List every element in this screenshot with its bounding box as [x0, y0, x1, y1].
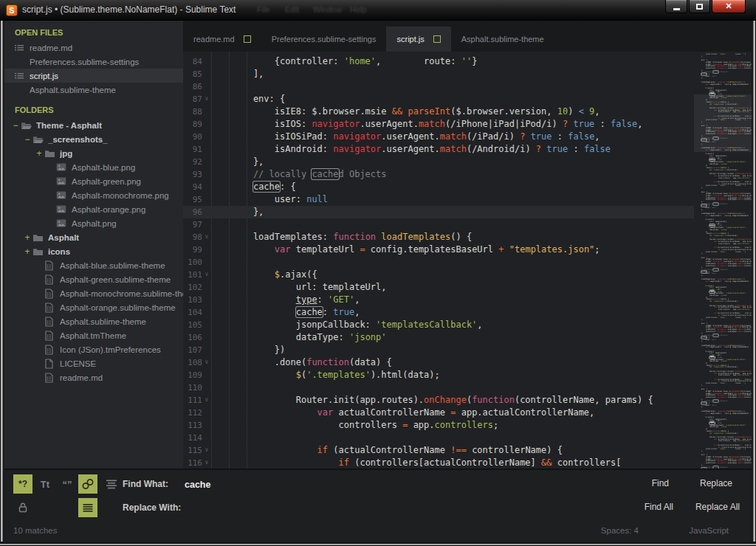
replace-input[interactable] — [179, 500, 592, 516]
fold-arrow-icon[interactable]: ∨ — [202, 269, 211, 281]
tree-file-item[interactable]: Asphalt-blue.png — [4, 160, 183, 174]
code-text: ], — [211, 68, 694, 80]
tree-file-item[interactable]: Asphalt-monochrome.sublime-theme — [4, 286, 183, 300]
tree-item-label: _screenshots_ — [48, 135, 108, 144]
tree-file-item[interactable]: Asphalt-monochrome.png — [4, 188, 183, 202]
expand-icon[interactable]: + — [22, 232, 32, 243]
tree-file-item[interactable]: Icon (JSon).tmPreferences — [4, 342, 183, 356]
open-file-label: readme.md — [30, 44, 72, 52]
maximize-button[interactable] — [689, 0, 710, 13]
folder-open-icon — [21, 120, 32, 131]
open-file-item[interactable]: readme.md — [4, 41, 183, 55]
open-file-item[interactable]: script.js — [4, 69, 183, 83]
case-icon: Tt — [41, 479, 49, 490]
replace-button[interactable]: Replace — [700, 478, 732, 488]
code-text — [211, 432, 694, 444]
tree-file-item[interactable]: Asphalt.sublime-theme — [4, 314, 183, 328]
line-number: 84 — [183, 55, 202, 68]
minimap-content: {controller: 'home', route: ''} ], env: … — [697, 252, 749, 317]
fold-arrow-icon[interactable]: ∨ — [202, 394, 211, 407]
tab-asphalt-sublime-theme[interactable]: Asphalt.sublime-theme — [451, 27, 554, 52]
code-line-98: 98∨ loadTemplates: function loadTemplate… — [183, 231, 694, 243]
tree-file-item[interactable]: Asphalt-orange.png — [4, 202, 183, 216]
tree-file-item[interactable]: readme.md — [4, 370, 183, 384]
tab-script-js[interactable]: script.js — [386, 27, 450, 52]
tree-folder-item[interactable]: −Theme - Asphalt — [4, 118, 183, 132]
folder-tree: −Theme - Asphalt−_screenshots_+jpgAsphal… — [4, 118, 183, 384]
ghost-menu-item: File — [257, 5, 270, 14]
sidebar: OPEN FILES readme.mdPreferences.sublime-… — [4, 21, 183, 469]
tree-file-item[interactable]: Asphalt-green.png — [4, 174, 183, 188]
minimap-viewport[interactable] — [694, 94, 752, 152]
minimize-button[interactable] — [665, 0, 687, 13]
find-all-button[interactable]: Find All — [645, 502, 673, 512]
fold-arrow-icon[interactable]: ∨ — [202, 444, 211, 457]
fold-spacer — [202, 55, 211, 68]
line-number: 94 — [183, 181, 202, 193]
replace-all-button[interactable]: Replace All — [695, 502, 740, 512]
code-line-114: 114 — [183, 432, 694, 444]
tree-item-label: Asphalt-green.sublime-theme — [60, 275, 171, 284]
highlight-matches-toggle[interactable] — [102, 474, 121, 494]
tree-item-label: Asphalt-orange.png — [72, 205, 145, 214]
in-selection-toggle[interactable] — [78, 498, 97, 517]
open-file-label: Asphalt.sublime-theme — [30, 86, 116, 94]
find-button[interactable]: Find — [652, 478, 669, 488]
file-icon — [44, 359, 56, 369]
regex-toggle[interactable]: *? — [13, 474, 32, 494]
tree-file-item[interactable]: Asphalt.tmTheme — [4, 328, 183, 342]
preserve-case-toggle[interactable] — [13, 498, 32, 517]
dirty-indicator-icon — [244, 35, 251, 43]
tab-preferences-sublime-settings[interactable]: Preferences.sublime-settings — [261, 27, 387, 52]
collapse-icon[interactable]: − — [22, 134, 32, 145]
folder-icon — [44, 148, 56, 159]
open-file-item[interactable]: Preferences.sublime-settings — [4, 55, 183, 69]
fold-arrow-icon[interactable]: ∨ — [202, 93, 211, 106]
close-button[interactable]: ✕ — [712, 0, 746, 13]
tree-folder-item[interactable]: +Asphalt — [4, 230, 183, 244]
line-number: 101 — [183, 269, 202, 281]
collapse-icon[interactable]: − — [10, 120, 21, 131]
open-file-item[interactable]: Asphalt.sublime-theme — [4, 83, 183, 97]
expand-icon[interactable]: + — [34, 148, 44, 159]
code-line-115: 115∨ if (actualControllerName !== contro… — [183, 444, 694, 457]
fold-arrow-icon[interactable]: ∨ — [202, 356, 211, 369]
fold-spacer — [202, 243, 211, 256]
code-line-89: 89 isIOS: navigator.userAgent.match(/iPh… — [183, 118, 694, 131]
wrap-toggle[interactable] — [78, 474, 97, 494]
doc-icon — [44, 274, 56, 285]
open-file-icon — [15, 72, 24, 80]
indentation-status[interactable]: Spaces: 4 — [601, 526, 639, 535]
tab-readme-md[interactable]: readme.md — [183, 27, 261, 52]
code-line-116: 116∨ if (controllers[actualControllerNam… — [183, 457, 694, 469]
code-text: jsonpCallback: 'templatesCallback', — [211, 319, 694, 331]
case-sensitive-toggle[interactable]: Tt — [35, 474, 55, 494]
tree-file-item[interactable]: Asphalt.png — [4, 216, 183, 230]
code-line-91: 91 isAndroid: navigator.userAgent.match(… — [183, 143, 694, 156]
tree-file-item[interactable]: Asphalt-orange.sublime-theme — [4, 300, 183, 314]
whole-word-toggle[interactable]: “” — [58, 474, 77, 494]
code-text: isIE8: $.browser.msie && parseInt($.brow… — [211, 106, 694, 118]
tree-folder-item[interactable]: +jpg — [4, 146, 183, 160]
fold-spacer — [202, 407, 211, 419]
tree-folder-item[interactable]: +icons — [4, 244, 183, 258]
code-text: isAndroid: navigator.userAgent.match(/An… — [211, 143, 694, 156]
syntax-status[interactable]: JavaScript — [689, 526, 729, 535]
code-text — [211, 218, 694, 231]
tree-folder-item[interactable]: −_screenshots_ — [4, 132, 183, 146]
fold-spacer — [202, 68, 211, 80]
fold-spacer — [202, 419, 211, 432]
minimap[interactable]: {controller: 'home', route: ''} ], env: … — [694, 52, 752, 469]
tree-file-item[interactable]: Asphalt-green.sublime-theme — [4, 272, 183, 286]
code-editor[interactable]: 84 {controller: 'home', route: ''}85 ],8… — [183, 52, 694, 469]
line-number: 87 — [183, 93, 202, 106]
find-input[interactable]: cache — [179, 477, 592, 493]
window-controls: ✕ — [665, 0, 746, 13]
tree-file-item[interactable]: Asphalt-blue.sublime-theme — [4, 258, 183, 272]
expand-icon[interactable]: + — [22, 246, 32, 257]
fold-arrow-icon[interactable]: ∨ — [202, 231, 211, 243]
code-line-90: 90 isIOSiPad: navigator.userAgent.match(… — [183, 131, 694, 143]
fold-arrow-icon[interactable]: ∨ — [202, 457, 211, 469]
tree-file-item[interactable]: LICENSE — [4, 356, 183, 370]
code-line-97: 97 — [183, 218, 694, 231]
